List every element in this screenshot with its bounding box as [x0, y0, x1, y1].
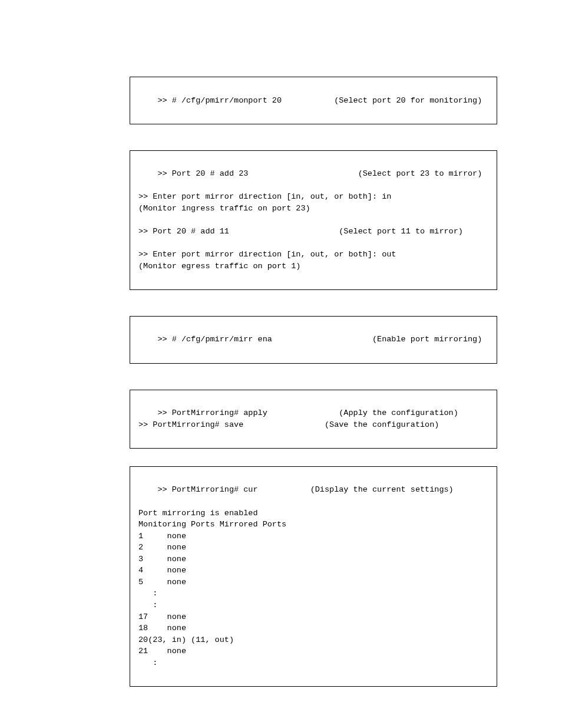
code-block-select-monport: >> # /cfg/pmirr/monport 20 (Select port …	[130, 77, 497, 124]
code-block-current-settings: >> PortMirroring# cur (Display the curre…	[130, 466, 497, 687]
code-text: >> PortMirroring# apply (Apply the confi…	[138, 409, 458, 429]
code-text: >> # /cfg/pmirr/monport 20 (Select port …	[157, 96, 482, 105]
code-text: >> Port 20 # add 23 (Select port 23 to m…	[138, 169, 482, 271]
code-block-enable-mirroring: >> # /cfg/pmirr/mirr ena (Enable port mi…	[130, 316, 497, 364]
code-block-apply-save: >> PortMirroring# apply (Apply the confi…	[130, 390, 497, 449]
code-text: >> PortMirroring# cur (Display the curre…	[138, 485, 454, 667]
code-text: >> # /cfg/pmirr/mirr ena (Enable port mi…	[157, 335, 482, 344]
document-page: >> # /cfg/pmirr/monport 20 (Select port …	[0, 0, 562, 728]
code-block-add-mirror-ports: >> Port 20 # add 23 (Select port 23 to m…	[130, 150, 497, 290]
